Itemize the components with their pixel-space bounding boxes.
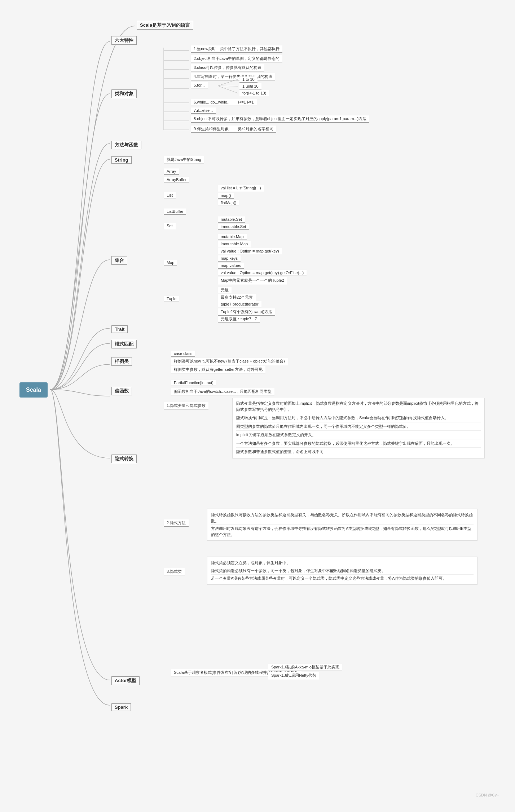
implicit-1-detail: 隐式变量是指在定义参数时前面加上implicit，隐式参数是指在定义方法时，方法… (232, 398, 485, 458)
tuple-item-3: tuple7.productIterator (218, 301, 261, 307)
coll-listbuffer: ListBuffer (164, 209, 186, 215)
tuple-item-4: Tuple2有个强有的swap()方法 (218, 308, 275, 316)
list-item-3: flatMap() (218, 200, 239, 206)
class-item-4: 4.重写构造时，第一行要先调用默认以的构造 (191, 73, 275, 80)
coll-tuple: Tuple (164, 296, 179, 302)
tuple-item-5: 元组取值：tuple7._7 (218, 316, 260, 323)
actor-detail-1: Spark1.6以前Akka-mio框架基于此实现 (268, 664, 342, 671)
map-item-6: val value : Option = map.get(key).getOrE… (218, 270, 307, 276)
class-item-8: 8.object不可以传参，如果有参数，意味着object里面一定实现了对应的a… (191, 115, 369, 123)
map-item-2: immutable.Map (218, 241, 251, 247)
coll-arraybuffer: ArrayBuffer (164, 177, 189, 183)
string-note: 就是Java中的String (164, 156, 204, 163)
branch-string: String (111, 156, 132, 164)
partial-item-2: 偏函数相当于Java的switch...case...，只能匹配相同类型 (171, 388, 274, 395)
branch-collection: 集合 (111, 256, 127, 265)
branch-features: 六大特性 (111, 36, 137, 45)
root-node: Scala (19, 382, 48, 398)
branch-pattern: 模式匹配 (111, 340, 137, 348)
case-item-2: 样例类可以new 也可以不new (相当于class + object功能的整合… (171, 358, 288, 365)
implicit-3-detail: 隐式类必须定义在类，包对象，伴生对象中。 隐式类的构造必须只有一个参数，同一个类… (207, 557, 477, 585)
mindmap-container: Scala Scala是基于JVM的语言 六大特性 类和对象 1.当new类时，… (9, 7, 506, 801)
partial-item-1: PartialFunction[in, out] (171, 380, 216, 386)
watermark: CSDN @Cy+ (476, 793, 499, 797)
for-item-3: for(i<-1 to 10) (239, 90, 269, 96)
for-item-2: 1 until 10 (239, 83, 261, 89)
implicit-1: 1.隐式变量和隐式参数 (164, 402, 208, 409)
branch-method: 方法与函数 (111, 141, 141, 149)
class-item-5: 5.for... (191, 82, 208, 88)
coll-set: Set (164, 223, 176, 229)
branch-class-object: 类和对象 (111, 89, 137, 98)
map-item-4: map.keys (218, 255, 241, 262)
branch-spark: Spark (111, 703, 131, 711)
implicit-3: 3.隐式类 (164, 568, 185, 575)
tuple-item-1: 元组 (218, 287, 232, 294)
class-item-9: 9.伴生类和伴生对象 类和对象的名字相同 (191, 126, 276, 133)
branch-jvm: Scala是基于JVM的语言 (137, 21, 193, 30)
list-item-2: map() (218, 193, 234, 199)
set-item-2: immutable.Set (218, 224, 249, 230)
coll-map: Map (164, 260, 177, 266)
for-item-1: 1 to 10 (239, 76, 258, 83)
case-item-1: case class (171, 351, 195, 357)
implicit-2: 2.隐式方法 (164, 519, 189, 527)
map-item-1: mutable.Map (218, 234, 247, 240)
class-item-7: 7.if...else... (191, 107, 216, 114)
coll-array: Array (164, 168, 179, 175)
branch-trait: Trait (111, 325, 128, 333)
class-item-1: 1.当new类时，类中除了方法不执行，其他都执行 (191, 45, 282, 53)
case-item-3: 样例类中参数，默认有getter setter方法，对外可见 (171, 366, 265, 373)
set-item-1: mutable.Set (218, 216, 245, 223)
implicit-2-detail: 隐式转换函数只与接收方法的参数类型和返回类型有关，与函数名称无关。所以在作用域内… (207, 509, 477, 541)
class-item-6: 6.while... do...while... i+=1 i-=1 (191, 99, 257, 105)
tuple-item-2: 最多支持22个元素 (218, 294, 256, 301)
list-item-1: val list = List[String](...) (218, 185, 264, 191)
branch-partial: 偏函数 (111, 387, 132, 395)
map-item-7: Map中的元素就是一个一个的Tuple2 (218, 277, 287, 284)
svg-line-12 (218, 86, 238, 93)
actor-detail-2: Spark1.6以后用Netty代替 (268, 672, 319, 679)
branch-case-class: 样例类 (111, 357, 132, 366)
branch-actor: Actor模型 (111, 676, 140, 685)
branch-implicit: 隐式转换 (111, 455, 137, 463)
map-item-3: val value : Option = map.get(key) (218, 248, 282, 254)
map-item-5: map.values (218, 263, 244, 269)
class-item-3: 3.class可以传参，传参就有默认的构造 (191, 64, 264, 71)
coll-list: List (164, 192, 176, 198)
svg-line-11 (218, 86, 238, 86)
class-item-2: 2.object相当于Java中的单例，定义的都是静态的 (191, 55, 282, 62)
